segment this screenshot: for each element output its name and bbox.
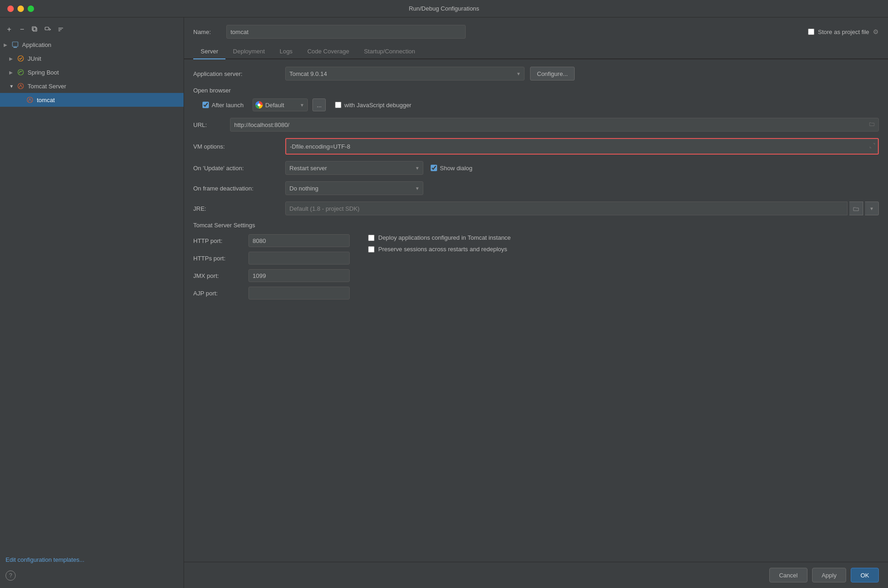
sidebar-toolbar: + − (0, 21, 184, 38)
jre-input[interactable] (285, 202, 848, 215)
name-input[interactable] (226, 25, 466, 39)
url-row: URL: (193, 118, 879, 132)
sidebar-item-junit[interactable]: ▶ JUnit (0, 52, 184, 65)
show-dialog-checkbox-label[interactable]: Show dialog (431, 165, 473, 172)
sidebar-item-spring-boot[interactable]: ▶ Spring Boot (0, 65, 184, 79)
maximize-button[interactable] (28, 6, 34, 12)
on-update-select-wrapper: Restart server ▼ (285, 161, 423, 175)
gear-icon[interactable]: ⚙ (873, 28, 879, 35)
after-launch-checkbox[interactable] (202, 102, 209, 108)
tab-logs[interactable]: Logs (272, 44, 300, 59)
app-server-row: Application server: Tomcat 9.0.14 ▼ Conf… (193, 67, 879, 81)
sidebar-item-tomcat-server[interactable]: ▼ Tomcat Server (0, 79, 184, 93)
preserve-sessions-checkbox[interactable] (368, 246, 375, 253)
sidebar-item-tomcat[interactable]: tomcat (0, 93, 184, 107)
sidebar-item-application-label: Application (22, 41, 52, 48)
main-layout: + − ▶ Application ▶ JUnit (0, 17, 888, 588)
help-button[interactable]: ? (6, 571, 16, 581)
jmx-port-row: JMX port: (193, 269, 350, 282)
sort-config-button[interactable] (55, 24, 66, 35)
browser-select[interactable]: Default (253, 98, 308, 111)
spring-arrow-icon: ▶ (9, 70, 17, 75)
jre-dropdown-button[interactable]: ▼ (865, 202, 879, 215)
app-server-select[interactable]: Tomcat 9.0.14 (285, 67, 525, 81)
remove-config-button[interactable]: − (17, 24, 28, 35)
vm-options-row: VM options: (193, 138, 879, 155)
js-debugger-checkbox-label[interactable]: with JavaScript debugger (335, 102, 411, 109)
arrow-icon: ▶ (4, 42, 11, 47)
cancel-button[interactable]: Cancel (769, 568, 807, 582)
jre-folder-button[interactable] (849, 202, 863, 215)
http-port-label: HTTP port: (193, 237, 248, 244)
open-browser-label: Open browser (193, 87, 879, 94)
edit-templates-link[interactable]: Edit configuration templates... (6, 556, 84, 563)
store-project-row: Store as project file ⚙ (808, 28, 879, 35)
sidebar-item-application[interactable]: ▶ Application (0, 38, 184, 52)
minimize-button[interactable] (17, 6, 24, 12)
apply-button[interactable]: Apply (812, 568, 847, 582)
tab-startup-connection[interactable]: Startup/Connection (357, 44, 422, 59)
move-config-button[interactable] (42, 24, 53, 35)
url-input[interactable] (230, 118, 879, 132)
junit-icon (17, 54, 25, 63)
url-input-wrapper (230, 118, 879, 132)
jre-row: JRE: ▼ (193, 202, 879, 215)
browser-select-wrapper: Default ▼ (253, 98, 308, 111)
vm-options-input[interactable] (285, 138, 879, 155)
ok-button[interactable]: OK (851, 568, 879, 582)
js-debugger-label: with JavaScript debugger (344, 102, 411, 109)
tomcat-settings-header: Tomcat Server Settings (193, 222, 879, 229)
window-controls[interactable] (7, 6, 34, 12)
on-update-select[interactable]: Restart server (285, 161, 423, 175)
https-port-input[interactable] (248, 252, 350, 265)
http-port-input[interactable] (248, 234, 350, 247)
tomcat-server-arrow-icon: ▼ (9, 84, 17, 89)
preserve-sessions-row: Preserve sessions across restarts and re… (368, 246, 511, 253)
js-debugger-checkbox[interactable] (335, 102, 341, 108)
https-port-row: HTTPs port: (193, 252, 350, 265)
deploy-column: Deploy applications configured in Tomcat… (368, 234, 511, 257)
svg-rect-7 (13, 47, 17, 48)
svg-rect-1 (32, 27, 36, 30)
https-port-label: HTTPs port: (193, 255, 248, 262)
add-config-button[interactable]: + (4, 24, 15, 35)
configure-button[interactable]: Configure... (530, 67, 575, 81)
deploy-apps-checkbox[interactable] (368, 235, 375, 241)
bottom-bar: Cancel Apply OK (184, 562, 888, 588)
sidebar: + − ▶ Application ▶ JUnit (0, 17, 184, 588)
application-icon (11, 40, 19, 49)
show-dialog-checkbox[interactable] (431, 165, 437, 171)
browser-ellipsis-button[interactable]: ... (312, 98, 326, 111)
svg-point-9 (18, 69, 23, 75)
show-dialog-label: Show dialog (440, 165, 473, 172)
ajp-port-input[interactable] (248, 287, 350, 300)
on-frame-label: On frame deactivation: (193, 185, 285, 192)
on-frame-select[interactable]: Do nothing (285, 181, 423, 195)
tab-code-coverage[interactable]: Code Coverage (300, 44, 357, 59)
deploy-apps-row: Deploy applications configured in Tomcat… (368, 234, 511, 241)
store-project-checkbox[interactable] (808, 29, 814, 35)
tomcat-server-icon (17, 82, 25, 90)
junit-arrow-icon: ▶ (9, 56, 17, 61)
sidebar-item-tomcat-server-label: Tomcat Server (28, 83, 66, 90)
jmx-port-input[interactable] (248, 269, 350, 282)
tomcat-icon (26, 96, 34, 104)
app-server-label: Application server: (193, 70, 285, 77)
content-panel: Name: Store as project file ⚙ Server Dep… (184, 17, 888, 588)
on-update-label: On 'Update' action: (193, 165, 285, 172)
jre-label: JRE: (193, 205, 285, 212)
title-bar: Run/Debug Configurations (0, 0, 888, 17)
form-content: Application server: Tomcat 9.0.14 ▼ Conf… (184, 59, 888, 562)
after-launch-label: After launch (212, 102, 243, 109)
after-launch-checkbox-label[interactable]: After launch (202, 102, 243, 109)
ports-deploy-layout: HTTP port: HTTPs port: JMX port: AJP por… (193, 234, 879, 304)
copy-config-button[interactable] (29, 24, 40, 35)
sidebar-item-tomcat-label: tomcat (37, 97, 55, 104)
app-server-select-wrapper: Tomcat 9.0.14 ▼ (285, 67, 525, 81)
vm-input-wrapper (285, 138, 879, 155)
on-update-row: On 'Update' action: Restart server ▼ Sho… (193, 161, 879, 175)
spring-boot-icon (17, 68, 25, 76)
close-button[interactable] (7, 6, 14, 12)
tab-deployment[interactable]: Deployment (225, 44, 272, 59)
tab-server[interactable]: Server (193, 44, 225, 59)
